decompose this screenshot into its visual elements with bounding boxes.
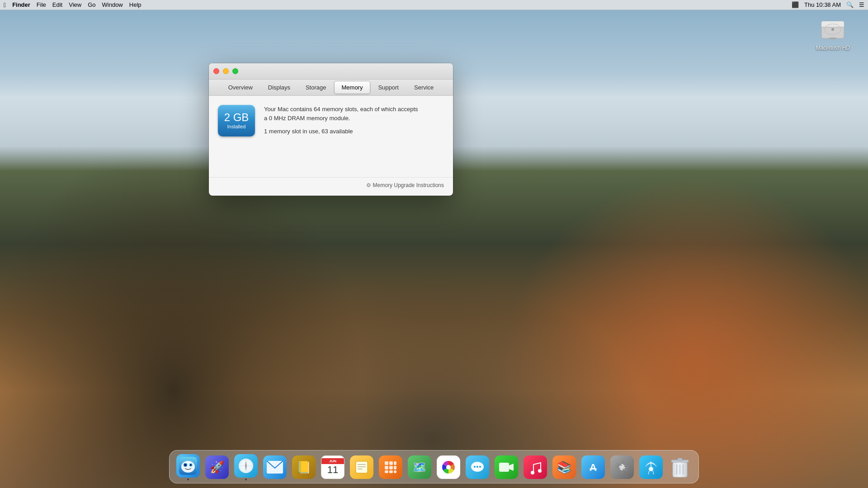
dock-item-books[interactable]: 📚 (551, 454, 577, 480)
window-content: 2 GB Installed Your Mac contains 64 memo… (209, 96, 453, 177)
dock-item-launchpad[interactable]: 🚀 (204, 454, 230, 480)
dock-item-sysprefs[interactable] (609, 454, 635, 480)
svg-point-10 (184, 464, 186, 466)
dock-item-airdrop[interactable] (638, 454, 664, 480)
facetime-icon (495, 455, 518, 479)
trash-icon (668, 455, 692, 479)
svg-point-41 (538, 469, 542, 473)
dock-item-messages[interactable] (464, 454, 491, 480)
tab-memory[interactable]: Memory (334, 81, 371, 94)
svg-point-36 (476, 466, 478, 468)
svg-marker-39 (509, 464, 514, 471)
memory-info: Your Mac contains 64 memory slots, each … (264, 105, 444, 135)
menubar-search-icon[interactable]: 🔍 (846, 1, 854, 8)
svg-rect-24 (389, 461, 393, 465)
dock-item-appstore[interactable]: A (580, 454, 606, 480)
memory-installed-label: Installed (227, 124, 246, 129)
svg-rect-38 (499, 463, 509, 472)
dock-item-safari[interactable] (233, 454, 259, 480)
svg-rect-27 (389, 466, 393, 469)
launchpad2-icon (379, 455, 402, 479)
memory-upgrade-link[interactable]: ⚙ Memory Upgrade Instructions (366, 182, 444, 188)
svg-point-37 (479, 466, 481, 468)
music-icon (524, 455, 547, 479)
launchpad-icon: 🚀 (205, 455, 229, 479)
dock-item-calendar[interactable]: JUN 11 (320, 454, 346, 480)
menubar-clock: Thu 10:38 AM (804, 1, 841, 8)
window-close-button[interactable] (213, 68, 219, 74)
tab-overview[interactable]: Overview (221, 81, 260, 94)
notefile-icon: 📒 (292, 455, 316, 479)
sysprefs-icon (610, 455, 634, 479)
menubar-left:  Finder File Edit View Go Window Help (4, 1, 142, 9)
svg-rect-25 (394, 461, 396, 465)
dock-item-mail[interactable] (262, 454, 288, 480)
menubar-edit[interactable]: Edit (52, 1, 62, 8)
macintosh-hd-label: Macintosh HD (816, 45, 850, 51)
menubar-right: ⬛ Thu 10:38 AM 🔍 ☰ (792, 1, 864, 8)
appstore-icon: A (581, 455, 605, 479)
dock: 🚀 📒 (169, 450, 699, 483)
svg-point-32 (446, 465, 451, 469)
svg-rect-48 (678, 458, 682, 460)
dock-item-photos[interactable] (435, 454, 462, 480)
memory-size: 2 GB (224, 112, 249, 123)
mail-icon (263, 455, 287, 479)
menubar:  Finder File Edit View Go Window Help ⬛… (0, 0, 868, 10)
svg-rect-23 (385, 461, 388, 465)
dock-item-notefile[interactable]: 📒 (291, 454, 317, 480)
safari-dot (245, 479, 247, 480)
window-maximize-button[interactable] (232, 68, 238, 74)
svg-rect-31 (394, 470, 396, 473)
tab-storage[interactable]: Storage (298, 81, 334, 94)
svg-rect-26 (385, 466, 388, 469)
window-footer: ⚙ Memory Upgrade Instructions (209, 177, 453, 196)
memory-slots-info: 1 memory slot in use, 63 available (264, 128, 444, 135)
menubar-controls-icon[interactable]: ☰ (859, 1, 864, 8)
memory-badge: 2 GB Installed (218, 105, 255, 136)
svg-rect-28 (394, 466, 396, 469)
menubar-go[interactable]: Go (88, 1, 95, 8)
tab-support[interactable]: Support (370, 81, 406, 94)
finder-icon (176, 454, 200, 478)
window-minimize-button[interactable] (223, 68, 229, 74)
menubar-view[interactable]: View (69, 1, 81, 8)
apple-menu[interactable]:  (4, 1, 6, 9)
window-titlebar (209, 63, 453, 80)
menubar-window[interactable]: Window (102, 1, 123, 8)
svg-point-35 (474, 466, 476, 468)
svg-point-4 (831, 28, 834, 31)
dock-item-notes[interactable] (349, 454, 375, 480)
dock-item-music[interactable] (522, 454, 548, 480)
menubar-screen-icon[interactable]: ⬛ (792, 1, 799, 8)
window-tabs: Overview Displays Storage Memory Support… (209, 80, 453, 96)
svg-point-11 (190, 464, 192, 466)
menubar-file[interactable]: File (37, 1, 46, 8)
dock-item-maps[interactable]: 🗺️ (406, 454, 433, 480)
svg-rect-19 (356, 461, 368, 473)
svg-rect-30 (389, 470, 393, 473)
desktop-icon-macintosh-hd[interactable]: Macintosh HD (816, 16, 850, 51)
gear-icon: ⚙ (366, 182, 371, 188)
calendar-icon: JUN 11 (321, 455, 344, 479)
dock-item-trash[interactable] (667, 454, 693, 480)
dock-item-facetime[interactable] (493, 454, 519, 480)
tab-displays[interactable]: Displays (260, 81, 298, 94)
about-this-mac-window: Overview Displays Storage Memory Support… (209, 63, 453, 196)
upgrade-link-label: Memory Upgrade Instructions (373, 182, 444, 188)
tab-service[interactable]: Service (406, 81, 441, 94)
macintosh-hd-icon (816, 16, 849, 43)
svg-point-45 (649, 467, 653, 471)
svg-text:A: A (590, 462, 597, 473)
svg-rect-29 (385, 470, 388, 473)
books-icon: 📚 (552, 455, 576, 479)
safari-icon (234, 454, 258, 478)
dock-item-launchpad2[interactable] (377, 454, 404, 480)
dock-item-finder[interactable] (175, 454, 201, 480)
menubar-help[interactable]: Help (129, 1, 142, 8)
svg-point-7 (181, 461, 195, 473)
notes-icon (350, 455, 373, 479)
memory-section: 2 GB Installed Your Mac contains 64 memo… (218, 105, 444, 136)
menubar-finder[interactable]: Finder (12, 1, 30, 8)
maps-icon: 🗺️ (408, 455, 431, 479)
